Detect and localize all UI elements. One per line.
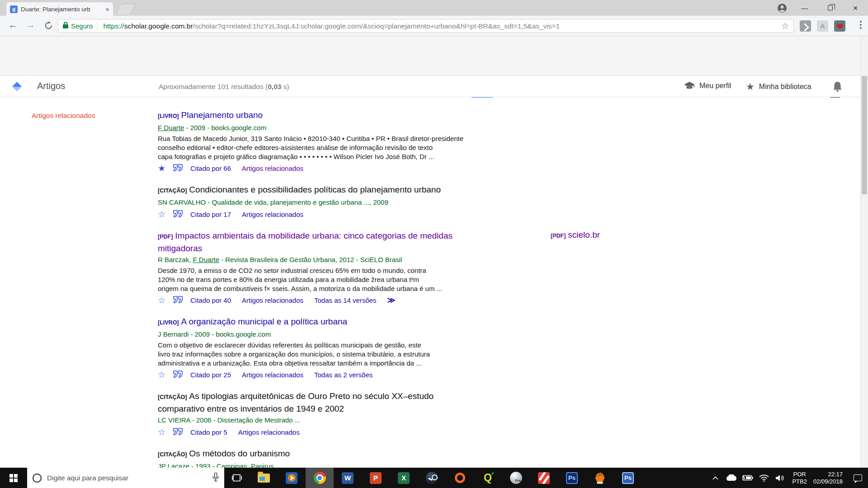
foxit-reader-icon xyxy=(538,472,550,484)
result-type-tag: [LIVRO] xyxy=(158,319,179,326)
save-star-icon[interactable]: ☆ xyxy=(158,370,173,380)
side-pdf-link[interactable]: [PDF]scielo.br xyxy=(551,230,600,240)
related-articles-link[interactable]: Artigos relacionados xyxy=(242,211,303,218)
all-versions-link[interactable]: Todas as 2 versões xyxy=(314,371,373,379)
result-title[interactable]: [PDF]Impactos ambientais da mobilidade u… xyxy=(158,230,465,254)
wifi-icon[interactable] xyxy=(756,474,772,482)
cite-icon[interactable] xyxy=(173,210,190,219)
related-articles-link[interactable]: Artigos relacionados xyxy=(242,371,303,379)
excel-button[interactable]: X xyxy=(390,468,418,488)
alerts-bell-icon[interactable] xyxy=(833,82,842,94)
cite-icon[interactable] xyxy=(173,296,190,305)
hidden-icons-chevron-icon[interactable] xyxy=(707,476,723,480)
scrollbar-thumb[interactable] xyxy=(862,76,867,194)
related-articles-link[interactable]: Artigos relacionados xyxy=(242,164,303,172)
action-center-icon xyxy=(854,474,862,481)
task-view-button[interactable] xyxy=(224,468,250,488)
cited-by-link[interactable]: Citado por 25 xyxy=(190,371,231,379)
file-explorer-button[interactable] xyxy=(250,468,278,488)
origin-button[interactable] xyxy=(446,468,474,488)
language-indicator[interactable]: PORPTB2 xyxy=(788,471,811,485)
tab-strip: g Duarte: Planejamento urb × — × xyxy=(0,0,868,16)
word-button[interactable]: W xyxy=(334,468,362,488)
cite-icon[interactable] xyxy=(173,164,190,173)
photoshop2-icon: Ps xyxy=(622,472,634,484)
minimize-button[interactable]: — xyxy=(792,0,817,16)
windows-taskbar: W P X Q➚ Pro Ps Ps PORPTB2 22:1702/09/20… xyxy=(0,468,868,488)
related-articles-link[interactable]: Artigos relacionados xyxy=(242,296,303,304)
cite-icon[interactable] xyxy=(173,371,190,379)
excel-icon: X xyxy=(398,472,410,484)
save-star-icon[interactable]: ☆ xyxy=(158,295,173,305)
search-result: [PDF]Impactos ambientais da mobilidade u… xyxy=(158,230,565,305)
author-link[interactable]: F Duarte xyxy=(158,124,184,131)
all-versions-link[interactable]: Todas as 14 versões xyxy=(314,296,377,304)
chrome-button[interactable] xyxy=(306,468,334,488)
steam-icon xyxy=(426,472,438,484)
tab-close-icon[interactable]: × xyxy=(105,5,109,13)
cortana-icon xyxy=(33,474,42,483)
result-authors: R Barczak, F Duarte - Revista Brasileira… xyxy=(158,254,465,265)
scholar-header: GoogleAcadêmico xyxy=(0,36,868,76)
my-library-label: Minha biblioteca xyxy=(759,83,811,91)
hand-app-button[interactable] xyxy=(586,468,614,488)
result-title[interactable]: [LIVRO]A organização municipal e a polít… xyxy=(158,316,465,328)
back-icon[interactable]: ← xyxy=(6,19,20,30)
steam-button[interactable] xyxy=(418,468,446,488)
more-actions-chevron-icon[interactable]: ≫ xyxy=(387,296,396,305)
author-link[interactable]: F Duarte xyxy=(193,256,219,263)
onedrive-cloud-icon[interactable] xyxy=(723,474,740,481)
cited-by-link[interactable]: Citado por 66 xyxy=(190,164,231,172)
chrome-menu-icon[interactable] xyxy=(860,21,862,29)
sidebar-related-articles-link[interactable]: Artigos relacionados xyxy=(32,112,95,120)
new-tab-button[interactable] xyxy=(116,4,136,14)
adobe-acrobat-extension-icon[interactable]: A xyxy=(817,20,828,32)
chrome-icon xyxy=(314,472,326,484)
media-player-button[interactable] xyxy=(278,468,306,488)
graduation-cap-icon xyxy=(684,81,695,90)
my-library-link[interactable]: ★ Minha biblioteca xyxy=(746,81,811,92)
forward-icon[interactable]: → xyxy=(24,19,37,30)
foxit-reader-button[interactable] xyxy=(530,468,558,488)
save-star-filled-icon[interactable]: ★ xyxy=(158,163,173,174)
browser-tab[interactable]: g Duarte: Planejamento urb × xyxy=(6,2,113,16)
reload-icon[interactable] xyxy=(42,21,55,32)
address-bar[interactable]: Seguro https://scholar.google.com.br/sch… xyxy=(58,19,794,33)
url-text[interactable]: https://scholar.google.com.br/scholar?q=… xyxy=(103,22,778,30)
cited-by-link[interactable]: Citado por 17 xyxy=(190,211,231,218)
taskbar-search-box[interactable] xyxy=(27,468,224,488)
google-earth-pro-button[interactable]: Pro xyxy=(502,468,530,488)
qgis-button[interactable]: Q➚ xyxy=(474,468,502,488)
start-button[interactable] xyxy=(0,468,27,488)
cite-icon[interactable] xyxy=(173,428,190,436)
action-center-button[interactable] xyxy=(847,468,868,488)
browser-profile-icon[interactable] xyxy=(777,3,788,14)
secure-label[interactable]: Seguro xyxy=(71,22,93,30)
restore-button[interactable] xyxy=(817,0,843,16)
result-snippet: Desde 1970, a emiss o de CO2 no setor in… xyxy=(158,266,483,293)
cited-by-link[interactable]: Citado por 5 xyxy=(190,428,227,436)
search-result: [LIVRO]A organização municipal e a polít… xyxy=(158,316,565,380)
microphone-icon[interactable] xyxy=(212,473,219,483)
cited-by-link[interactable]: Citado por 40 xyxy=(190,296,231,304)
save-star-icon[interactable]: ☆ xyxy=(158,427,173,437)
result-title[interactable]: [LIVRO]Planejamento urbano xyxy=(158,109,465,122)
photoshop-button[interactable]: Ps xyxy=(558,468,586,488)
mcafee-extension-icon[interactable] xyxy=(834,20,845,32)
pocket-extension-icon[interactable] xyxy=(800,20,811,32)
powerpoint-button[interactable]: P xyxy=(362,468,390,488)
google-earth-pro-icon: Pro xyxy=(510,472,522,484)
save-star-icon[interactable]: ☆ xyxy=(158,209,173,220)
result-snippet: Com o objetivo de esclarecer dúvidas ref… xyxy=(158,341,483,368)
photoshop2-button[interactable]: Ps xyxy=(614,468,642,488)
volume-icon[interactable] xyxy=(772,474,788,482)
taskbar-search-input[interactable] xyxy=(47,474,212,482)
result-title: [CITAÇÃO]Condicionantes e possibilidades… xyxy=(158,184,465,197)
bookmark-star-icon[interactable]: ☆ xyxy=(781,21,789,31)
taskbar-clock[interactable]: 22:1702/09/2018 xyxy=(811,471,847,485)
my-profile-link[interactable]: Meu perfil xyxy=(684,81,731,90)
battery-charging-icon[interactable] xyxy=(740,475,756,481)
close-button[interactable]: × xyxy=(843,0,868,16)
related-articles-link[interactable]: Artigos relacionados xyxy=(238,428,300,436)
scrollbar[interactable] xyxy=(860,36,868,468)
